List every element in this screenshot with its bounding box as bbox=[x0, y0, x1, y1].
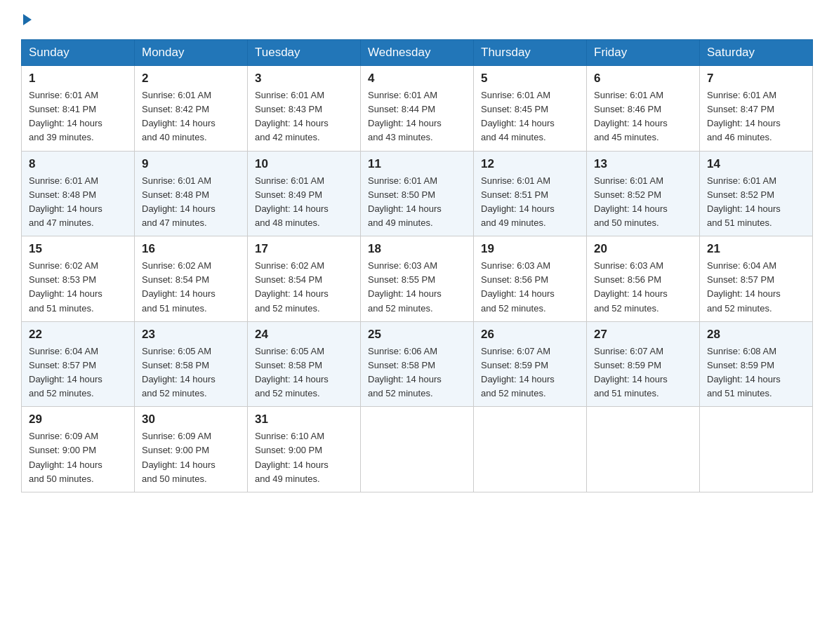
calendar-day-cell: 25 Sunrise: 6:06 AMSunset: 8:58 PMDaylig… bbox=[361, 321, 474, 407]
day-number: 10 bbox=[255, 157, 353, 171]
day-number: 22 bbox=[29, 328, 127, 342]
day-detail: Sunrise: 6:01 AMSunset: 8:42 PMDaylight:… bbox=[142, 90, 216, 142]
day-detail: Sunrise: 6:01 AMSunset: 8:48 PMDaylight:… bbox=[29, 175, 102, 228]
calendar-day-cell: 16 Sunrise: 6:02 AMSunset: 8:54 PMDaylig… bbox=[135, 236, 248, 322]
calendar-day-cell: 20 Sunrise: 6:03 AMSunset: 8:56 PMDaylig… bbox=[587, 236, 700, 322]
calendar-week-row: 22 Sunrise: 6:04 AMSunset: 8:57 PMDaylig… bbox=[22, 321, 813, 407]
day-detail: Sunrise: 6:03 AMSunset: 8:56 PMDaylight:… bbox=[481, 260, 555, 313]
calendar-day-cell bbox=[700, 407, 813, 492]
day-number: 30 bbox=[142, 412, 240, 427]
day-number: 13 bbox=[594, 157, 692, 171]
calendar-day-cell bbox=[474, 407, 587, 492]
day-number: 7 bbox=[707, 72, 805, 86]
day-number: 6 bbox=[594, 72, 692, 86]
day-number: 18 bbox=[368, 242, 466, 256]
day-number: 17 bbox=[255, 242, 353, 256]
day-number: 16 bbox=[142, 242, 240, 256]
day-detail: Sunrise: 6:05 AMSunset: 8:58 PMDaylight:… bbox=[255, 346, 329, 398]
day-detail: Sunrise: 6:01 AMSunset: 8:51 PMDaylight:… bbox=[481, 175, 555, 228]
calendar-day-cell: 2 Sunrise: 6:01 AMSunset: 8:42 PMDayligh… bbox=[135, 66, 248, 152]
logo-triangle-icon bbox=[23, 14, 32, 25]
calendar-day-cell: 3 Sunrise: 6:01 AMSunset: 8:43 PMDayligh… bbox=[248, 66, 361, 152]
day-of-week-header: Tuesday bbox=[248, 40, 361, 66]
logo bbox=[21, 14, 32, 27]
calendar-day-cell: 28 Sunrise: 6:08 AMSunset: 8:59 PMDaylig… bbox=[700, 321, 813, 407]
day-of-week-header: Saturday bbox=[700, 40, 813, 66]
calendar-day-cell: 17 Sunrise: 6:02 AMSunset: 8:54 PMDaylig… bbox=[248, 236, 361, 322]
day-number: 8 bbox=[29, 157, 127, 171]
page-header bbox=[21, 14, 813, 27]
day-of-week-header: Friday bbox=[587, 40, 700, 66]
day-detail: Sunrise: 6:08 AMSunset: 8:59 PMDaylight:… bbox=[707, 346, 781, 398]
day-number: 11 bbox=[368, 157, 466, 171]
day-detail: Sunrise: 6:01 AMSunset: 8:45 PMDaylight:… bbox=[481, 90, 555, 142]
day-number: 29 bbox=[29, 412, 127, 427]
calendar-day-cell bbox=[587, 407, 700, 492]
calendar-day-cell: 19 Sunrise: 6:03 AMSunset: 8:56 PMDaylig… bbox=[474, 236, 587, 322]
day-detail: Sunrise: 6:07 AMSunset: 8:59 PMDaylight:… bbox=[481, 346, 555, 398]
day-number: 3 bbox=[255, 72, 353, 86]
day-number: 26 bbox=[481, 328, 579, 342]
day-detail: Sunrise: 6:09 AMSunset: 9:00 PMDaylight:… bbox=[29, 431, 102, 483]
day-detail: Sunrise: 6:01 AMSunset: 8:52 PMDaylight:… bbox=[707, 175, 781, 228]
calendar-day-cell: 6 Sunrise: 6:01 AMSunset: 8:46 PMDayligh… bbox=[587, 66, 700, 152]
calendar-day-cell: 15 Sunrise: 6:02 AMSunset: 8:53 PMDaylig… bbox=[22, 236, 135, 322]
day-detail: Sunrise: 6:07 AMSunset: 8:59 PMDaylight:… bbox=[594, 346, 668, 398]
calendar-day-cell: 23 Sunrise: 6:05 AMSunset: 8:58 PMDaylig… bbox=[135, 321, 248, 407]
calendar-day-cell: 21 Sunrise: 6:04 AMSunset: 8:57 PMDaylig… bbox=[700, 236, 813, 322]
calendar-day-cell: 27 Sunrise: 6:07 AMSunset: 8:59 PMDaylig… bbox=[587, 321, 700, 407]
calendar-day-cell: 1 Sunrise: 6:01 AMSunset: 8:41 PMDayligh… bbox=[22, 66, 135, 152]
day-of-week-header: Wednesday bbox=[361, 40, 474, 66]
day-number: 31 bbox=[255, 412, 353, 427]
calendar-day-cell: 11 Sunrise: 6:01 AMSunset: 8:50 PMDaylig… bbox=[361, 151, 474, 236]
calendar-day-cell: 5 Sunrise: 6:01 AMSunset: 8:45 PMDayligh… bbox=[474, 66, 587, 152]
calendar-week-row: 8 Sunrise: 6:01 AMSunset: 8:48 PMDayligh… bbox=[22, 151, 813, 236]
calendar-week-row: 29 Sunrise: 6:09 AMSunset: 9:00 PMDaylig… bbox=[22, 407, 813, 492]
calendar-day-cell: 10 Sunrise: 6:01 AMSunset: 8:49 PMDaylig… bbox=[248, 151, 361, 236]
calendar-day-cell: 4 Sunrise: 6:01 AMSunset: 8:44 PMDayligh… bbox=[361, 66, 474, 152]
day-number: 19 bbox=[481, 242, 579, 256]
calendar-day-cell: 14 Sunrise: 6:01 AMSunset: 8:52 PMDaylig… bbox=[700, 151, 813, 236]
day-detail: Sunrise: 6:02 AMSunset: 8:54 PMDaylight:… bbox=[142, 260, 216, 313]
day-detail: Sunrise: 6:01 AMSunset: 8:46 PMDaylight:… bbox=[594, 90, 668, 142]
calendar-day-cell: 9 Sunrise: 6:01 AMSunset: 8:48 PMDayligh… bbox=[135, 151, 248, 236]
day-detail: Sunrise: 6:01 AMSunset: 8:44 PMDaylight:… bbox=[368, 90, 442, 142]
day-detail: Sunrise: 6:01 AMSunset: 8:52 PMDaylight:… bbox=[594, 175, 668, 228]
calendar-week-row: 1 Sunrise: 6:01 AMSunset: 8:41 PMDayligh… bbox=[22, 66, 813, 152]
day-number: 1 bbox=[29, 72, 127, 86]
day-detail: Sunrise: 6:04 AMSunset: 8:57 PMDaylight:… bbox=[707, 260, 781, 313]
day-of-week-header: Thursday bbox=[474, 40, 587, 66]
calendar-table: SundayMondayTuesdayWednesdayThursdayFrid… bbox=[21, 39, 813, 492]
calendar-day-cell: 18 Sunrise: 6:03 AMSunset: 8:55 PMDaylig… bbox=[361, 236, 474, 322]
day-detail: Sunrise: 6:10 AMSunset: 9:00 PMDaylight:… bbox=[255, 431, 329, 483]
day-detail: Sunrise: 6:01 AMSunset: 8:41 PMDaylight:… bbox=[29, 90, 102, 142]
calendar-header-row: SundayMondayTuesdayWednesdayThursdayFrid… bbox=[22, 40, 813, 66]
calendar-day-cell: 7 Sunrise: 6:01 AMSunset: 8:47 PMDayligh… bbox=[700, 66, 813, 152]
day-detail: Sunrise: 6:03 AMSunset: 8:55 PMDaylight:… bbox=[368, 260, 442, 313]
day-of-week-header: Monday bbox=[135, 40, 248, 66]
calendar-day-cell: 24 Sunrise: 6:05 AMSunset: 8:58 PMDaylig… bbox=[248, 321, 361, 407]
day-detail: Sunrise: 6:02 AMSunset: 8:53 PMDaylight:… bbox=[29, 260, 102, 313]
calendar-day-cell bbox=[361, 407, 474, 492]
calendar-day-cell: 22 Sunrise: 6:04 AMSunset: 8:57 PMDaylig… bbox=[22, 321, 135, 407]
calendar-day-cell: 13 Sunrise: 6:01 AMSunset: 8:52 PMDaylig… bbox=[587, 151, 700, 236]
calendar-week-row: 15 Sunrise: 6:02 AMSunset: 8:53 PMDaylig… bbox=[22, 236, 813, 322]
day-detail: Sunrise: 6:05 AMSunset: 8:58 PMDaylight:… bbox=[142, 346, 216, 398]
calendar-day-cell: 26 Sunrise: 6:07 AMSunset: 8:59 PMDaylig… bbox=[474, 321, 587, 407]
day-number: 21 bbox=[707, 242, 805, 256]
day-number: 5 bbox=[481, 72, 579, 86]
day-number: 25 bbox=[368, 328, 466, 342]
day-of-week-header: Sunday bbox=[22, 40, 135, 66]
day-detail: Sunrise: 6:01 AMSunset: 8:50 PMDaylight:… bbox=[368, 175, 442, 228]
day-detail: Sunrise: 6:01 AMSunset: 8:43 PMDaylight:… bbox=[255, 90, 329, 142]
calendar-day-cell: 8 Sunrise: 6:01 AMSunset: 8:48 PMDayligh… bbox=[22, 151, 135, 236]
day-detail: Sunrise: 6:02 AMSunset: 8:54 PMDaylight:… bbox=[255, 260, 329, 313]
day-number: 28 bbox=[707, 328, 805, 342]
calendar-day-cell: 12 Sunrise: 6:01 AMSunset: 8:51 PMDaylig… bbox=[474, 151, 587, 236]
day-detail: Sunrise: 6:01 AMSunset: 8:47 PMDaylight:… bbox=[707, 90, 781, 142]
day-number: 23 bbox=[142, 328, 240, 342]
day-number: 12 bbox=[481, 157, 579, 171]
day-detail: Sunrise: 6:03 AMSunset: 8:56 PMDaylight:… bbox=[594, 260, 668, 313]
day-number: 2 bbox=[142, 72, 240, 86]
day-number: 14 bbox=[707, 157, 805, 171]
